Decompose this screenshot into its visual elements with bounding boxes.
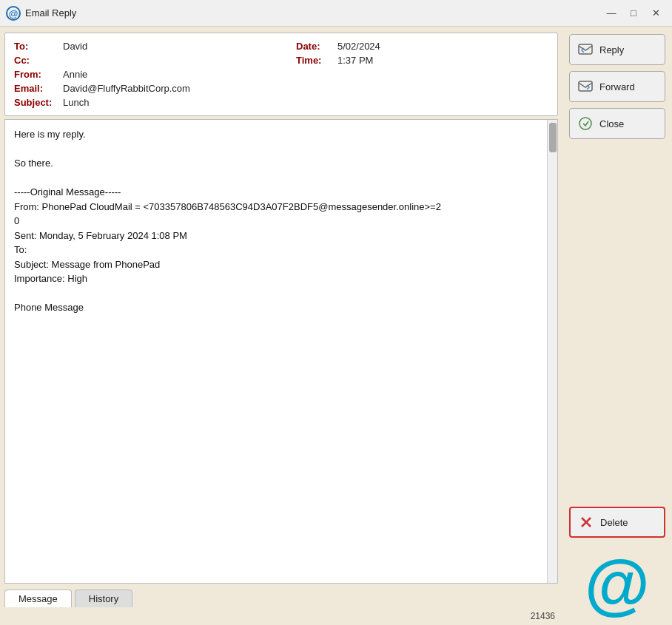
tabs-bar: Message History <box>0 584 562 607</box>
subject-label: Subject: <box>14 97 58 108</box>
tab-history[interactable]: History <box>75 589 132 607</box>
record-id: 21436 <box>531 611 555 621</box>
maximize-button[interactable]: □ <box>623 4 644 22</box>
right-panel: Reply Forward Close <box>562 27 672 625</box>
close-button[interactable]: Close <box>569 108 665 139</box>
left-panel: To: David Cc: From: Annie Email: David@F… <box>0 27 562 625</box>
at-logo-symbol: @ <box>585 551 650 618</box>
time-row: Time: 1:37 PM <box>296 55 373 66</box>
email-header: To: David Cc: From: Annie Email: David@F… <box>4 33 558 116</box>
subject-row: Subject: Lunch <box>14 97 281 108</box>
time-value: 1:37 PM <box>337 55 373 66</box>
svg-rect-3 <box>579 81 592 91</box>
scrollbar[interactable] <box>547 120 557 583</box>
cc-label: Cc: <box>14 55 58 66</box>
svg-rect-2 <box>579 44 592 54</box>
delete-icon <box>578 514 594 530</box>
header-right: Date: 5/02/2024 Time: 1:37 PM <box>281 41 548 108</box>
minimize-button[interactable]: — <box>601 4 622 22</box>
email-body: Here is my reply. So there. -----Origina… <box>4 119 558 584</box>
email-row: Email: David@FluffyRabbitCorp.com <box>14 83 281 94</box>
email-value: David@FluffyRabbitCorp.com <box>63 83 190 94</box>
titlebar: @ Email Reply — □ ✕ <box>0 0 672 27</box>
date-row: Date: 5/02/2024 <box>296 41 380 52</box>
reply-icon <box>577 41 594 58</box>
from-value: Annie <box>63 69 87 80</box>
forward-button[interactable]: Forward <box>569 71 665 102</box>
to-label: To: <box>14 41 58 52</box>
window-title: Email Reply <box>25 7 601 18</box>
forward-label: Forward <box>599 81 635 92</box>
subject-value: Lunch <box>63 97 89 108</box>
app-icon: @ <box>6 6 21 21</box>
close-label: Close <box>599 118 624 129</box>
cc-row: Cc: <box>14 55 281 66</box>
svg-point-4 <box>579 118 591 129</box>
header-left: To: David Cc: From: Annie Email: David@F… <box>14 41 281 108</box>
main-layout: To: David Cc: From: Annie Email: David@F… <box>0 27 672 625</box>
date-value: 5/02/2024 <box>337 41 380 52</box>
status-bar: 21436 <box>0 607 562 625</box>
svg-text:@: @ <box>9 8 19 19</box>
to-row: To: David <box>14 41 281 52</box>
from-row: From: Annie <box>14 69 281 80</box>
to-value: David <box>63 41 87 52</box>
time-label: Time: <box>296 55 333 66</box>
delete-label: Delete <box>600 517 628 528</box>
forward-icon <box>577 78 594 95</box>
close-icon <box>577 115 594 132</box>
scroll-thumb[interactable] <box>549 123 557 152</box>
delete-button[interactable]: Delete <box>569 507 665 538</box>
from-label: From: <box>14 69 58 80</box>
email-label: Email: <box>14 83 58 94</box>
email-body-text[interactable]: Here is my reply. So there. -----Origina… <box>5 120 547 583</box>
reply-label: Reply <box>599 44 624 55</box>
reply-button[interactable]: Reply <box>569 34 665 65</box>
date-label: Date: <box>296 41 333 52</box>
window-controls: — □ ✕ <box>601 4 666 22</box>
tab-message[interactable]: Message <box>4 589 72 607</box>
window-close-button[interactable]: ✕ <box>645 4 666 22</box>
